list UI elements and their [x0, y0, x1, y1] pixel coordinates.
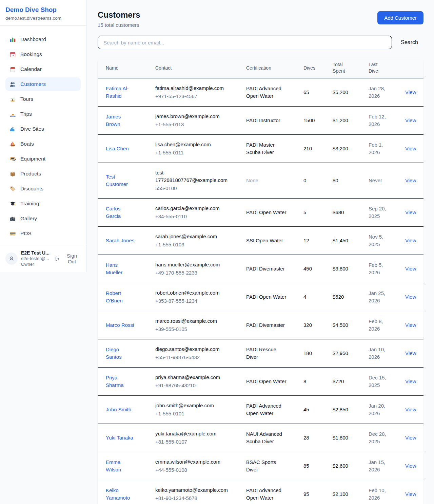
sidebar-item-customers[interactable]: Customers: [5, 77, 81, 91]
view-link[interactable]: View: [405, 117, 416, 123]
customers-tbody: Fatima Al-Rashid fatima.alrashid@example…: [98, 78, 423, 504]
sidebar-item-products[interactable]: Products: [5, 167, 81, 181]
name-cell: John Smith: [98, 395, 150, 424]
customer-name-link[interactable]: Keiko Yamamoto: [106, 487, 135, 502]
view-link[interactable]: View: [405, 463, 416, 469]
sidebar-item-label: Products: [20, 171, 41, 177]
certification-cell: PADI Open Water: [241, 367, 298, 395]
view-link[interactable]: View: [405, 294, 416, 300]
dives-count: 1500: [303, 117, 315, 123]
customer-name-link[interactable]: Marco Rossi: [106, 321, 134, 329]
sidebar-item-label: Dashboard: [20, 36, 46, 42]
total-spent-cell: $1,200: [327, 106, 363, 134]
customer-name-link[interactable]: Fatima Al-Rashid: [106, 85, 135, 100]
dives-count: 45: [303, 407, 309, 412]
table-row: Fatima Al-Rashid fatima.alrashid@example…: [98, 78, 423, 106]
customer-email: test-1772681807767@example.com: [155, 169, 235, 184]
sidebar-item-bookings[interactable]: 17 Bookings: [5, 48, 81, 61]
view-link[interactable]: View: [405, 209, 416, 215]
last-dive-date: Feb 8, 2026: [369, 318, 394, 333]
view-link[interactable]: View: [405, 491, 416, 497]
column-header-certification: Certification: [241, 58, 298, 78]
contact-cell: marco.rossi@example.com +39-555-0105: [150, 311, 241, 339]
search-input[interactable]: [98, 36, 392, 49]
total-spent: $1,450: [333, 238, 348, 243]
customer-name-link[interactable]: Emma Wilson: [106, 459, 135, 473]
dives-count: 12: [303, 238, 309, 243]
customer-name-link[interactable]: Sarah Jones: [106, 237, 134, 244]
sidebar-item-pos[interactable]: POS: [5, 227, 81, 240]
sidebar-item-discounts[interactable]: Discounts: [5, 182, 81, 195]
customer-name-link[interactable]: Yuki Tanaka: [106, 434, 133, 442]
customer-name-link[interactable]: Hans Mueller: [106, 261, 135, 276]
view-link[interactable]: View: [405, 89, 416, 95]
contact-cell: james.brown@example.com +1-555-0113: [150, 106, 241, 134]
dive-sites-icon: [9, 126, 16, 132]
search-button[interactable]: Search: [401, 39, 418, 45]
brand: Demo Dive Shop demo.test.divestreams.com: [0, 0, 86, 26]
total-spent-cell: $1,450: [327, 226, 363, 255]
column-header-contact: Contact: [150, 58, 241, 78]
view-link[interactable]: View: [405, 238, 416, 243]
customer-email: yuki.tanaka@example.com: [155, 430, 235, 437]
view-link[interactable]: View: [405, 266, 416, 272]
contact-cell: yuki.tanaka@example.com +81-555-0107: [150, 424, 241, 452]
contact-cell: lisa.chen@example.com +1-555-0111: [150, 134, 241, 163]
last-dive-cell: Feb 8, 2026: [363, 311, 400, 339]
table-row: Diego Santos diego.santos@example.com +5…: [98, 339, 423, 367]
customer-name-link[interactable]: Test Customer: [106, 173, 135, 188]
sign-out-button[interactable]: Sign Out: [55, 253, 81, 264]
dives-count: 450: [303, 266, 312, 272]
certification-cell: PADI Open Water: [241, 283, 298, 311]
customer-name-link[interactable]: James Brown: [106, 113, 135, 128]
customer-name-link[interactable]: Priya Sharma: [106, 374, 135, 389]
sidebar-item-dashboard[interactable]: Dashboard: [5, 33, 81, 46]
view-link[interactable]: View: [405, 435, 416, 441]
last-dive-cell: Feb 1, 2026: [363, 134, 400, 163]
view-link[interactable]: View: [405, 322, 416, 328]
sidebar-item-gallery[interactable]: Gallery: [5, 212, 81, 225]
add-customer-button[interactable]: Add Customer: [377, 11, 423, 24]
sidebar-item-boats[interactable]: Boats: [5, 137, 81, 151]
total-spent: $2,600: [333, 463, 348, 469]
equipment-icon: [9, 156, 16, 162]
last-dive-cell: Jan 20, 2026: [363, 395, 400, 424]
total-spent: $5,200: [333, 89, 348, 95]
total-spent-cell: $2,100: [327, 480, 363, 504]
customer-name-link[interactable]: Carlos Garcia: [106, 205, 135, 220]
sidebar-item-label: Calendar: [20, 66, 42, 72]
customer-name-link[interactable]: Lisa Chen: [106, 145, 129, 152]
view-link[interactable]: View: [405, 146, 416, 151]
dives-cell: 95: [298, 480, 327, 504]
contact-cell: robert.obrien@example.com +353-87-555-12…: [150, 283, 241, 311]
total-spent-cell: $1,800: [327, 424, 363, 452]
sidebar-item-dive-sites[interactable]: Dive Sites: [5, 122, 81, 136]
view-link[interactable]: View: [405, 350, 416, 356]
sidebar-item-calendar[interactable]: Calendar: [5, 62, 81, 76]
view-link[interactable]: View: [405, 378, 416, 384]
customer-name-link[interactable]: Robert O'Brien: [106, 290, 135, 304]
name-cell: Marco Rossi: [98, 311, 150, 339]
page-title: Customers: [98, 10, 140, 20]
customer-name-link[interactable]: John Smith: [106, 406, 131, 413]
last-dive-cell: Jan 15, 2026: [363, 452, 400, 480]
dives-cell: 85: [298, 452, 327, 480]
last-dive-date: Jan 10, 2026: [369, 346, 394, 361]
sidebar-item-tours[interactable]: Tours: [5, 92, 81, 106]
view-link[interactable]: View: [405, 178, 416, 183]
customer-name-link[interactable]: Diego Santos: [106, 346, 135, 361]
last-dive-date: Jan 28, 2026: [369, 85, 394, 100]
certification-cell: NAUI Advanced Scuba Diver: [241, 424, 298, 452]
sidebar-item-equipment[interactable]: Equipment: [5, 152, 81, 166]
sidebar-item-training[interactable]: Training: [5, 197, 81, 210]
certification-cell: SSI Open Water: [241, 226, 298, 255]
view-link[interactable]: View: [405, 407, 416, 412]
last-dive-cell: Feb 5, 2026: [363, 255, 400, 283]
customer-email: emma.wilson@example.com: [155, 458, 235, 466]
table-row: Lisa Chen lisa.chen@example.com +1-555-0…: [98, 134, 423, 163]
total-spent: $520: [333, 294, 344, 300]
name-cell: James Brown: [98, 106, 150, 134]
last-dive-date: Jan 25, 2026: [369, 290, 394, 304]
sidebar-item-trips[interactable]: Trips: [5, 107, 81, 121]
customer-phone: +81-90-1234-5678: [155, 494, 235, 502]
